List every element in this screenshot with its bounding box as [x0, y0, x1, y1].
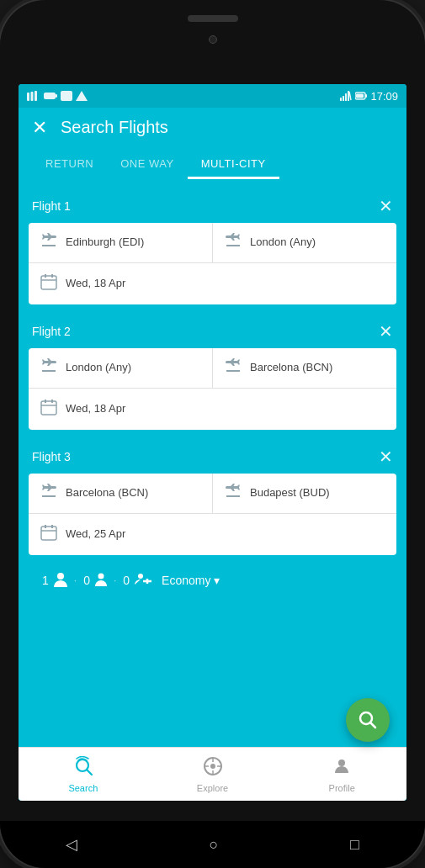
flight-3-from-button[interactable]: Barcelona (BCN) [29, 474, 213, 513]
search-nav-icon [73, 756, 93, 781]
nav-search[interactable]: Search [19, 756, 148, 793]
flight-3-date-text: Wed, 25 Apr [66, 527, 125, 542]
close-button[interactable]: ✕ [32, 119, 47, 137]
svg-rect-1 [31, 92, 34, 101]
app-header: ✕ Search Flights RETURN ONE WAY MULTI-CI… [19, 108, 406, 179]
adult-icon [54, 572, 67, 589]
cabin-class-selector[interactable]: Economy ▾ [162, 574, 220, 587]
cabin-class-label: Economy [162, 574, 210, 587]
tab-multicity[interactable]: MULTI-CITY [188, 151, 279, 179]
children-selector[interactable]: 0 [83, 573, 107, 588]
departure-icon-2 [40, 358, 57, 378]
svg-rect-0 [27, 93, 29, 101]
svg-rect-7 [340, 98, 342, 101]
flight-2-section: Flight 2 ✕ London (Any) [29, 315, 396, 430]
svg-line-11 [349, 92, 351, 100]
back-button[interactable]: ◁ [66, 835, 77, 854]
home-button[interactable]: ○ [210, 836, 219, 854]
flight-2-from-button[interactable]: London (Any) [29, 348, 213, 388]
flight-1-close-button[interactable]: ✕ [379, 196, 393, 216]
status-time: 17:09 [370, 90, 398, 103]
flight-3-close-button[interactable]: ✕ [379, 447, 393, 467]
svg-rect-9 [345, 93, 347, 101]
svg-rect-3 [44, 93, 56, 99]
svg-rect-5 [61, 91, 72, 101]
nav-profile[interactable]: Profile [277, 756, 406, 793]
phone-camera [209, 35, 217, 44]
flight-3-to-button[interactable]: Budapest (BUD) [213, 474, 396, 513]
explore-nav-label: Explore [197, 783, 228, 793]
arrival-icon-2 [225, 358, 242, 378]
flight-3-to-text: Budapest (BUD) [250, 486, 330, 500]
explore-nav-icon [203, 756, 223, 781]
tab-oneway[interactable]: ONE WAY [107, 151, 187, 179]
flight-2-to-button[interactable]: Barcelona (BCN) [213, 348, 396, 388]
children-count: 0 [83, 574, 90, 587]
flight-2-card: London (Any) Barcelona (BCN) [29, 348, 396, 430]
tab-return[interactable]: RETURN [32, 151, 107, 179]
svg-point-42 [338, 760, 345, 766]
flight-1-card: Edinburgh (EDI) London (Any) [29, 223, 396, 304]
flight-1-from-button[interactable]: Edinburgh (EDI) [29, 223, 213, 262]
flight-1-from-text: Edinburgh (EDI) [66, 236, 144, 250]
status-right: 17:09 [340, 90, 398, 103]
flight-2-to-text: Barcelona (BCN) [250, 361, 332, 375]
svg-point-29 [138, 574, 143, 579]
svg-rect-15 [41, 276, 56, 289]
flight-3-from-text: Barcelona (BCN) [66, 486, 148, 500]
adults-selector[interactable]: 1 [42, 572, 67, 589]
flight-3-date-button[interactable]: Wed, 25 Apr [29, 514, 396, 555]
flight-1-to-button[interactable]: London (Any) [213, 223, 396, 262]
search-fab-button[interactable] [346, 698, 390, 742]
flight-1-date-button[interactable]: Wed, 18 Apr [29, 263, 396, 304]
adults-count: 1 [42, 574, 49, 587]
svg-rect-13 [356, 94, 364, 98]
calendar-icon-3 [40, 524, 57, 545]
profile-nav-icon [332, 756, 352, 781]
flight-1-date-text: Wed, 18 Apr [66, 277, 125, 291]
search-fab-icon [359, 711, 377, 729]
calendar-icon-2 [40, 399, 57, 420]
flight-1-label: Flight 1 [32, 199, 71, 213]
passenger-bar: 1 · 0 · [29, 565, 396, 599]
svg-rect-4 [56, 94, 57, 98]
svg-point-28 [98, 574, 104, 580]
recents-button[interactable]: □ [350, 836, 359, 854]
phone-screen: 17:09 ✕ Search Flights RETURN ONE WAY MU… [19, 84, 406, 801]
svg-marker-6 [76, 91, 88, 101]
svg-line-35 [87, 770, 92, 775]
flight-3-card: Barcelona (BCN) Budapest (BUD) [29, 474, 396, 555]
profile-nav-label: Profile [329, 783, 355, 793]
phone-frame: 17:09 ✕ Search Flights RETURN ONE WAY MU… [0, 0, 425, 868]
svg-rect-23 [41, 527, 56, 540]
flight-2-label: Flight 2 [32, 325, 71, 338]
system-nav: ◁ ○ □ [0, 821, 425, 868]
svg-point-37 [210, 764, 215, 769]
tab-bar: RETURN ONE WAY MULTI-CITY [32, 151, 393, 179]
chevron-down-icon: ▾ [214, 574, 220, 587]
svg-rect-8 [343, 96, 344, 101]
infant-icon [135, 573, 151, 588]
infants-count: 0 [123, 574, 130, 587]
flight-3-section: Flight 3 ✕ Barcelona (BCN) [29, 440, 396, 555]
flight-1-to-text: London (Any) [250, 236, 316, 250]
arrival-icon [225, 233, 242, 252]
search-nav-label: Search [68, 783, 98, 793]
flight-2-date-text: Wed, 18 Apr [66, 402, 125, 416]
child-icon [95, 573, 107, 588]
flight-2-close-button[interactable]: ✕ [379, 321, 393, 341]
svg-point-27 [57, 573, 64, 580]
flight-2-date-button[interactable]: Wed, 18 Apr [29, 389, 396, 430]
nav-explore[interactable]: Explore [148, 756, 278, 793]
pax-sep-1: · [74, 574, 77, 586]
flight-3-label: Flight 3 [32, 450, 71, 463]
flight-2-from-text: London (Any) [66, 361, 131, 375]
status-bar: 17:09 [19, 84, 406, 108]
svg-rect-14 [365, 94, 367, 98]
departure-icon [40, 233, 57, 252]
page-title: Search Flights [61, 118, 168, 137]
arrival-icon-3 [225, 484, 242, 503]
svg-rect-2 [35, 91, 37, 101]
main-content: Flight 1 ✕ Edinburgh (EDI) [19, 179, 406, 801]
infants-selector[interactable]: 0 [123, 573, 151, 588]
